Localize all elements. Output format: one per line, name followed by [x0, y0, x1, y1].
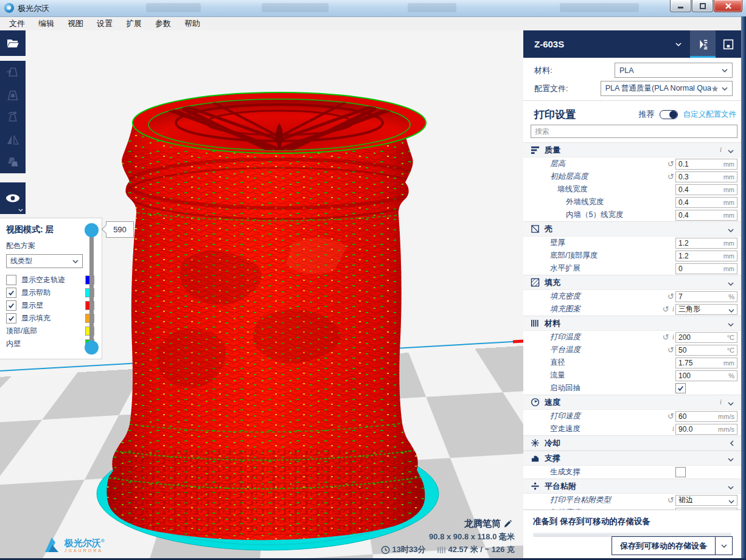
divider — [523, 100, 741, 101]
setting-label: 打印速度 — [550, 411, 580, 421]
settings-category-shell[interactable]: 壳 — [523, 221, 741, 237]
settings-category-cooling[interactable]: 冷却 — [523, 435, 741, 451]
setting-value-field[interactable]: 50°C — [675, 345, 737, 356]
minimize-button[interactable] — [670, 0, 691, 12]
setting-unit: % — [728, 293, 734, 300]
legend-label: 内壁 — [6, 339, 21, 349]
save-to-removable-button[interactable]: 保存到可移动的存储设备 — [612, 536, 733, 555]
legend-checkbox[interactable] — [6, 275, 16, 285]
reset-value-button[interactable]: ↺ — [668, 292, 674, 300]
reset-value-button[interactable]: ↺ — [668, 173, 674, 181]
material-select[interactable]: PLA — [615, 63, 733, 78]
setting-value-field[interactable]: 90.0mm/s — [675, 424, 737, 435]
open-file-button[interactable] — [0, 30, 26, 56]
settings-category-quality[interactable]: 质量i — [523, 142, 741, 157]
menu-item[interactable]: 视图 — [61, 17, 90, 30]
recommended-toggle[interactable] — [660, 110, 678, 119]
legend-label: 显示空走轨迹 — [21, 275, 65, 285]
menu-item[interactable]: 参数 — [148, 17, 178, 30]
menu-item[interactable]: 帮助 — [178, 17, 207, 30]
settings-category-speed[interactable]: 速度i — [523, 395, 741, 410]
printer-selector[interactable]: Z-603S — [534, 39, 564, 49]
settings-category-adhesion[interactable]: 平台粘附 — [523, 479, 741, 494]
move-tool-button[interactable] — [0, 61, 26, 83]
reset-value-button[interactable]: ↺ — [663, 333, 669, 341]
chevron-down-icon — [728, 145, 734, 156]
chevron-down-icon — [728, 224, 734, 235]
search-input[interactable] — [531, 125, 737, 138]
setting-value-field[interactable]: 1.2mm — [675, 238, 737, 249]
setting-checkbox[interactable] — [675, 467, 686, 477]
menu-item[interactable]: 文件 — [2, 17, 32, 30]
legend-checkbox[interactable] — [6, 313, 16, 323]
layer-slider-track[interactable] — [89, 230, 94, 348]
setting-label: 水平扩展 — [550, 263, 580, 274]
setting-value-field[interactable]: 1.2mm — [675, 251, 737, 261]
setting-value-field[interactable]: 200°C — [675, 332, 737, 343]
maximize-button[interactable] — [692, 0, 713, 12]
setting-value-field[interactable]: 0.3mm — [675, 171, 737, 182]
titlebar-ghost — [560, 3, 639, 12]
color-scheme-select[interactable]: 线类型 — [6, 254, 83, 268]
scale-tool-button[interactable] — [0, 83, 26, 106]
reset-value-button[interactable]: ↺ — [668, 412, 674, 420]
model-info: 龙腾笔筒 90.8 x 90.8 x 118.0 毫米 13时33分 42.57… — [378, 516, 515, 555]
setting-value-field[interactable]: 0.4mm — [675, 210, 737, 221]
setting-value-field[interactable]: 7% — [675, 291, 737, 302]
setting-select[interactable]: 三角形 — [675, 304, 737, 315]
chevron-down-icon — [728, 481, 734, 492]
settings-category-support[interactable]: 支撑 — [523, 451, 741, 466]
menu-item[interactable]: 编辑 — [32, 17, 61, 30]
setting-value-field[interactable]: 0mm — [675, 263, 737, 274]
edit-pencil-icon[interactable] — [503, 519, 512, 528]
model-pen-holder[interactable] — [102, 92, 434, 544]
setting-unit: mm/s — [718, 413, 734, 420]
setting-select[interactable]: 裙边 — [675, 495, 737, 506]
model-dimensions: 90.8 x 90.8 x 118.0 毫米 — [429, 531, 515, 542]
profile-select[interactable]: PLA 普通质量(PLA Normal Qua — [601, 81, 733, 96]
setting-label: 内墙（5）线宽度 — [566, 210, 623, 220]
brand-name-en: JGAURORA — [64, 548, 105, 553]
setting-value-field[interactable]: 1.75mm — [675, 358, 737, 368]
settings-category-infill[interactable]: 填充 — [523, 275, 741, 290]
setting-value-field[interactable]: 0.4mm — [675, 197, 737, 208]
menu-item[interactable]: 扩展 — [119, 17, 148, 30]
material-value: PLA — [619, 66, 634, 75]
view-mode-panel: 视图模式: 层 配色方案 线类型 显示空走轨迹显示帮助显示壁显示填充顶部/底部内… — [0, 218, 102, 359]
chevron-left-icon — [730, 438, 734, 449]
legend-checkbox[interactable] — [6, 288, 16, 298]
tab-monitor[interactable] — [716, 30, 741, 58]
reset-value-button[interactable]: ↺ — [663, 305, 669, 313]
setting-row: 直径1.75mm — [523, 356, 741, 369]
tab-print-setup[interactable] — [690, 30, 716, 58]
mirror-tool-button[interactable] — [0, 128, 26, 151]
legend-checkbox[interactable] — [6, 300, 16, 311]
settings-category-material[interactable]: 材料 — [523, 316, 741, 331]
custom-profile-link[interactable]: 自定义配置文件 — [683, 109, 737, 120]
save-options-chevron[interactable] — [715, 537, 732, 555]
per-model-settings-button[interactable] — [0, 151, 26, 173]
cooling-category-icon — [531, 438, 540, 448]
view-mode-button[interactable] — [0, 182, 26, 214]
layer-slider-handle-top[interactable] — [85, 223, 99, 237]
chevron-down-icon[interactable] — [675, 43, 682, 46]
rotate-tool-button[interactable] — [0, 106, 26, 128]
chevron-down-icon — [728, 495, 734, 506]
reset-value-button[interactable]: ↺ — [668, 346, 674, 354]
layer-slider-handle-bottom[interactable] — [85, 340, 99, 354]
menu-item[interactable]: 设置 — [90, 17, 119, 30]
reset-value-button[interactable]: ↺ — [668, 160, 674, 168]
speed-category-icon — [531, 398, 540, 407]
setting-value-field[interactable]: 60mm/s — [675, 411, 737, 422]
setting-value: 90.0 — [678, 425, 692, 434]
viewport-3d[interactable]: 视图模式: 层 配色方案 线类型 显示空走轨迹显示帮助显示壁显示填充顶部/底部内… — [0, 30, 524, 560]
panel-footer: 准备到 保存到可移动的存储设备 保存到可移动的存储设备 — [523, 510, 741, 560]
setting-checkbox[interactable] — [675, 383, 686, 393]
setting-value-field[interactable]: 0.4mm — [675, 184, 737, 195]
close-button[interactable] — [714, 0, 742, 12]
setting-label: 墙线宽度 — [557, 184, 588, 195]
setting-value-field[interactable]: 0.1mm — [675, 159, 737, 170]
setting-label: 外墙线宽度 — [566, 197, 604, 207]
setting-value-field[interactable]: 100% — [675, 370, 737, 381]
reset-value-button[interactable]: ↺ — [668, 496, 674, 504]
